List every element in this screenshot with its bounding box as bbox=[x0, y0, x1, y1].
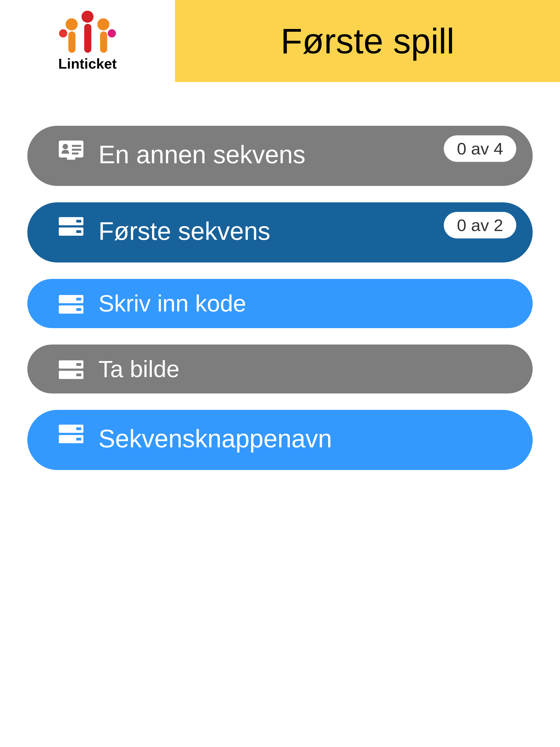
svg-rect-8 bbox=[76, 220, 81, 223]
svg-point-2 bbox=[62, 144, 68, 149]
brand-name: Linticket bbox=[58, 55, 117, 72]
sequence-label: Første sekvens bbox=[98, 215, 436, 247]
logo-icon bbox=[57, 10, 118, 54]
action-label: Skriv inn kode bbox=[98, 289, 516, 318]
svg-rect-9 bbox=[76, 230, 81, 233]
server-icon bbox=[59, 295, 83, 314]
svg-rect-4 bbox=[72, 149, 81, 151]
page-title-container: Første spill bbox=[175, 0, 560, 82]
action-skriv-inn-kode[interactable]: Skriv inn kode bbox=[27, 279, 533, 328]
svg-rect-1 bbox=[67, 157, 75, 160]
header: Linticket Første spill bbox=[0, 0, 560, 82]
progress-badge: 0 av 2 bbox=[444, 212, 516, 238]
svg-rect-17 bbox=[76, 374, 81, 376]
action-label: Ta bilde bbox=[98, 354, 516, 384]
action-ta-bilde[interactable]: Ta bilde bbox=[27, 344, 533, 394]
sequence-item-en-annen[interactable]: En annen sekvens 0 av 4 bbox=[27, 126, 533, 186]
logo: Linticket bbox=[0, 0, 175, 82]
progress-badge: 0 av 4 bbox=[444, 135, 516, 162]
server-icon bbox=[59, 360, 83, 379]
sequence-item-forste[interactable]: Første sekvens 0 av 2 bbox=[27, 202, 533, 262]
id-card-icon bbox=[59, 140, 83, 160]
server-icon bbox=[59, 217, 83, 236]
page-title: Første spill bbox=[281, 21, 455, 61]
svg-rect-16 bbox=[76, 363, 81, 366]
sequence-label: En annen sekvens bbox=[98, 139, 436, 170]
action-label: Sekvensknappenavn bbox=[98, 423, 516, 455]
svg-rect-12 bbox=[76, 298, 81, 301]
svg-rect-13 bbox=[76, 308, 81, 311]
svg-rect-5 bbox=[72, 153, 78, 154]
action-sekvensknappenavn[interactable]: Sekvensknappenavn bbox=[27, 410, 533, 470]
svg-rect-3 bbox=[72, 145, 81, 147]
svg-rect-20 bbox=[76, 428, 81, 430]
server-icon bbox=[59, 424, 83, 443]
sequence-list: En annen sekvens 0 av 4 Første sekvens 0… bbox=[0, 82, 560, 497]
svg-rect-21 bbox=[76, 438, 81, 440]
